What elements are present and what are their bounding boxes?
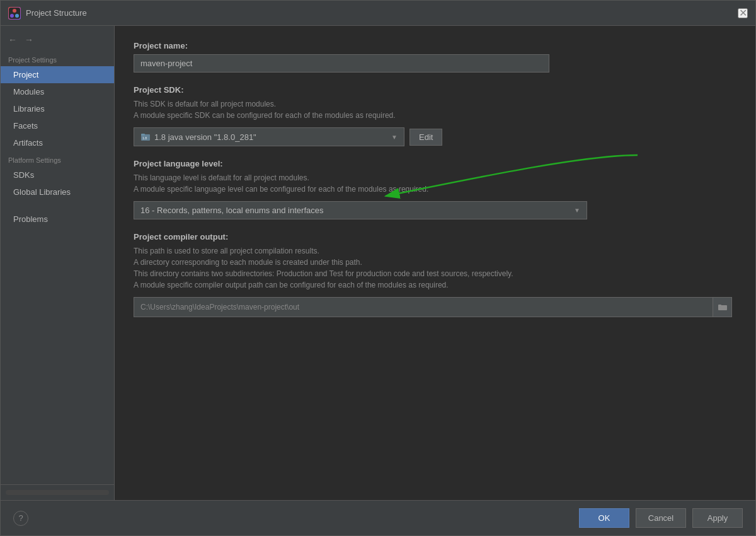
bottom-left: ?: [13, 511, 28, 526]
language-level-title: Project language level:: [134, 159, 736, 168]
bottom-bar: ? OK Cancel Apply: [1, 500, 755, 535]
help-button[interactable]: ?: [13, 511, 28, 526]
language-level-desc: This language level is default for all p…: [134, 172, 736, 195]
scrollbar[interactable]: [6, 490, 109, 495]
sdk-dropdown[interactable]: 1.8 1.8 java version "1.8.0_281" ▼: [134, 127, 404, 146]
sidebar-item-artifacts[interactable]: Artifacts: [1, 134, 114, 151]
project-structure-dialog: Project Structure ✕ ← → Project Settings…: [0, 0, 756, 536]
sdk-title: Project SDK:: [134, 85, 736, 95]
apply-button[interactable]: Apply: [692, 508, 743, 528]
cancel-button[interactable]: Cancel: [636, 508, 686, 528]
sidebar-item-facets[interactable]: Facets: [1, 117, 114, 134]
sdk-folder-icon: 1.8: [140, 132, 151, 142]
title-bar-left: Project Structure: [8, 7, 87, 20]
compiler-output-path-row: [134, 297, 732, 317]
platform-settings-label: Platform Settings: [1, 151, 114, 166]
right-panel: Project name: Project SDK: This SDK is d…: [115, 26, 755, 500]
language-level-arrow: ▼: [574, 207, 580, 214]
sdk-desc: This SDK is default for all project modu…: [134, 98, 736, 121]
sdk-dropdown-arrow: ▼: [391, 134, 398, 141]
language-level-section: Project language level: This language le…: [134, 159, 736, 219]
sdk-value: 1.8 java version "1.8.0_281": [154, 132, 256, 142]
sidebar: ← → Project Settings Project Modules Lib…: [1, 26, 115, 500]
sdk-edit-button[interactable]: Edit: [410, 129, 442, 146]
sidebar-item-problems[interactable]: Problems: [1, 211, 114, 228]
svg-rect-9: [718, 305, 721, 306]
compiler-output-desc: This path is used to store all project c…: [134, 245, 736, 291]
dialog-title: Project Structure: [26, 8, 87, 18]
svg-rect-6: [141, 134, 145, 136]
compiler-output-section: Project compiler output: This path is us…: [134, 232, 736, 317]
svg-text:1.8: 1.8: [142, 136, 147, 140]
sdk-row: 1.8 1.8 java version "1.8.0_281" ▼ Edit: [134, 127, 736, 146]
sidebar-bottom: [1, 484, 114, 500]
forward-button[interactable]: →: [22, 33, 36, 46]
sdk-section: Project SDK: This SDK is default for all…: [134, 85, 736, 146]
project-name-section: Project name:: [134, 41, 736, 73]
language-level-dropdown[interactable]: 16 - Records, patterns, local enums and …: [134, 201, 587, 219]
compiler-output-path-input[interactable]: [134, 299, 713, 315]
main-content: ← → Project Settings Project Modules Lib…: [1, 26, 755, 500]
sidebar-item-sdks[interactable]: SDKs: [1, 166, 114, 184]
nav-buttons: ← →: [1, 31, 114, 51]
sidebar-item-modules[interactable]: Modules: [1, 83, 114, 100]
language-level-value: 16 - Records, patterns, local enums and …: [140, 206, 323, 215]
bottom-right: OK Cancel Apply: [579, 508, 743, 528]
sidebar-item-global-libraries[interactable]: Global Libraries: [1, 184, 114, 201]
back-button[interactable]: ←: [6, 33, 20, 46]
project-settings-label: Project Settings: [1, 51, 114, 66]
app-icon: [8, 7, 21, 20]
compiler-output-title: Project compiler output:: [134, 232, 736, 242]
ok-button[interactable]: OK: [579, 508, 629, 528]
title-bar: Project Structure ✕: [1, 1, 755, 26]
project-name-label: Project name:: [134, 41, 736, 50]
svg-point-2: [10, 14, 14, 18]
folder-icon: [718, 303, 727, 311]
sidebar-item-libraries[interactable]: Libraries: [1, 100, 114, 117]
project-name-input[interactable]: [134, 54, 549, 73]
close-button[interactable]: ✕: [738, 8, 748, 18]
svg-point-3: [15, 14, 19, 18]
svg-point-1: [13, 9, 16, 13]
sidebar-item-project[interactable]: Project: [1, 66, 114, 83]
compiler-output-browse-button[interactable]: [713, 298, 731, 317]
